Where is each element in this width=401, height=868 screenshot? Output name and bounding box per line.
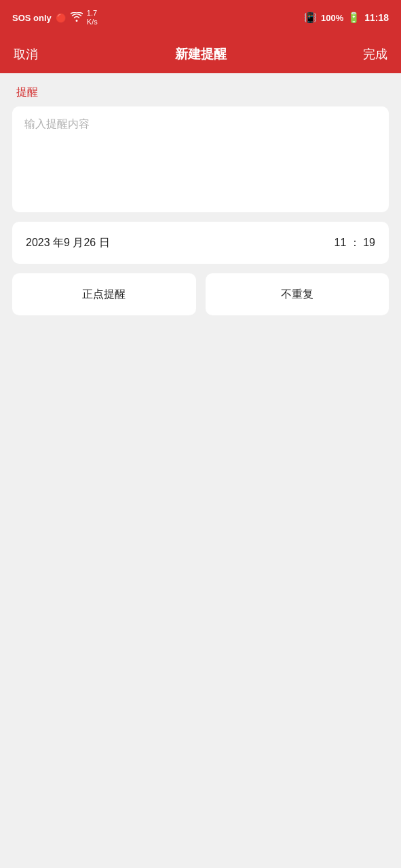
vibrate-icon: 📳 (304, 12, 317, 24)
nav-bar: 取消 新建提醒 完成 (0, 35, 401, 73)
time-display-card: 11 ： 19 (335, 236, 375, 250)
sos-label: SOS only (12, 13, 52, 23)
battery-icon: 🔋 (347, 12, 360, 24)
time-display: 11:18 (364, 12, 389, 23)
page-title: 新建提醒 (175, 45, 227, 63)
section-label: 提醒 (0, 73, 401, 106)
datetime-card[interactable]: 2023 年9 月26 日 11 ： 19 (12, 222, 389, 264)
done-button[interactable]: 完成 (363, 41, 387, 68)
date-display: 2023 年9 月26 日 (26, 236, 110, 250)
signal-icon: 🔴 (56, 13, 66, 23)
on-time-label: 正点提醒 (82, 288, 126, 302)
options-row: 正点提醒 不重复 (12, 273, 389, 315)
battery-percent: 100% (321, 13, 343, 23)
status-left: SOS only 🔴 1.7 K/s (12, 9, 98, 26)
reminder-textarea[interactable] (12, 106, 389, 210)
speed-label: 1.7 K/s (87, 9, 98, 26)
no-repeat-label: 不重复 (281, 288, 313, 302)
on-time-option[interactable]: 正点提醒 (12, 273, 196, 315)
content-area: 提醒 2023 年9 月26 日 11 ： 19 正点提醒 不重复 (0, 73, 401, 315)
page-background (0, 325, 401, 759)
wifi-icon (71, 12, 83, 24)
status-bar: SOS only 🔴 1.7 K/s 📳 100% 🔋 11:18 (0, 0, 401, 35)
cancel-button[interactable]: 取消 (14, 41, 38, 68)
no-repeat-option[interactable]: 不重复 (206, 273, 389, 315)
reminder-input-card (12, 106, 389, 212)
status-right: 📳 100% 🔋 11:18 (304, 12, 389, 24)
